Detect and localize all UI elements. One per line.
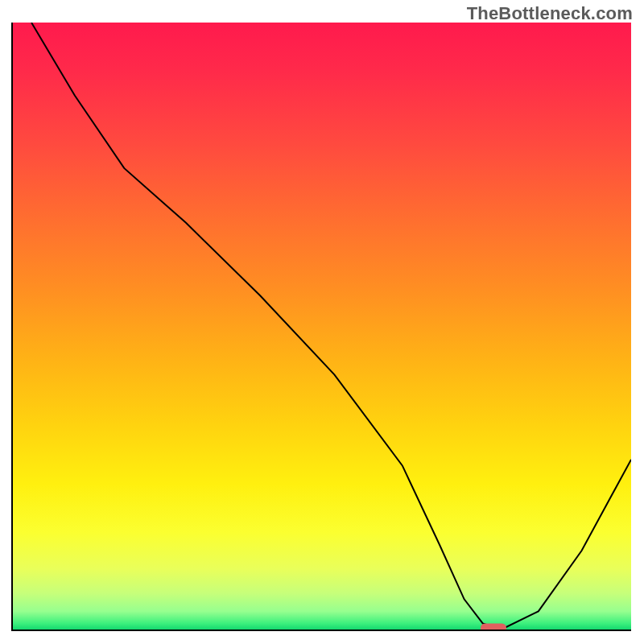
chart-plot-area — [11, 23, 631, 631]
watermark-text: TheBottleneck.com — [467, 3, 633, 24]
optimal-point-marker — [481, 624, 506, 632]
chart-gradient-background — [13, 23, 631, 630]
